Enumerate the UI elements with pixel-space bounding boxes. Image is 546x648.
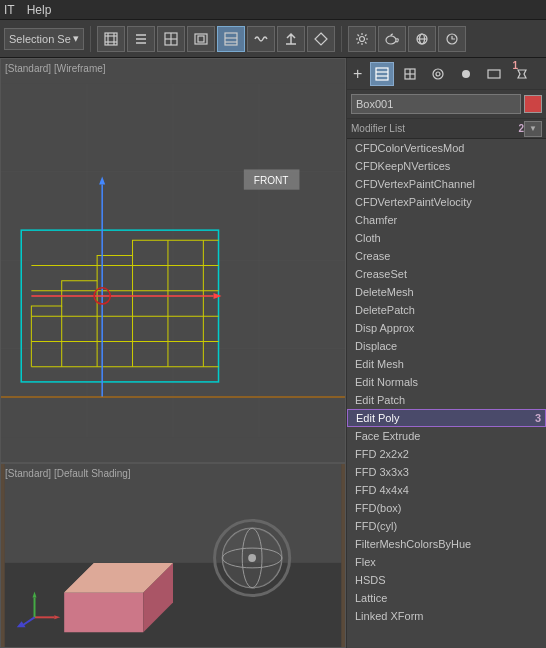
panel-plus-icon[interactable]: + bbox=[353, 65, 362, 83]
teapot-btn[interactable] bbox=[378, 26, 406, 52]
svg-rect-4 bbox=[105, 33, 117, 45]
modifier-list-item[interactable]: FFD 2x2x2 bbox=[347, 445, 546, 463]
modifier-list-item[interactable]: Edit Patch bbox=[347, 391, 546, 409]
modifier-list-item[interactable]: Edit Mesh bbox=[347, 355, 546, 373]
panel-number-1: 1 bbox=[512, 60, 518, 71]
object-name-input[interactable] bbox=[351, 94, 521, 114]
name-field-row bbox=[347, 90, 546, 119]
modifier-list-item[interactable]: FilterMeshColorsByHue bbox=[347, 535, 546, 553]
modifier-list-item[interactable]: CFDKeepNVertices bbox=[347, 157, 546, 175]
svg-rect-72 bbox=[488, 70, 500, 78]
modifier-list-item[interactable]: DeletePatch bbox=[347, 301, 546, 319]
svg-point-69 bbox=[433, 69, 443, 79]
wave-btn[interactable] bbox=[247, 26, 275, 52]
gear-btn[interactable] bbox=[348, 26, 376, 52]
modifier-list-item[interactable]: Crease bbox=[347, 247, 546, 265]
svg-rect-63 bbox=[376, 68, 388, 80]
svg-marker-17 bbox=[315, 33, 327, 45]
modifier-list-item[interactable]: Chamfer bbox=[347, 211, 546, 229]
display-panel-btn[interactable] bbox=[482, 62, 506, 86]
wireframe-svg: FRONT bbox=[1, 59, 345, 462]
motion-panel-btn[interactable] bbox=[454, 62, 478, 86]
diamond-btn[interactable] bbox=[307, 26, 335, 52]
modifier-list-item[interactable]: Linked XForm bbox=[347, 607, 546, 625]
modifier-list-item[interactable]: Edit Normals bbox=[347, 373, 546, 391]
menu-bar: IT Help bbox=[0, 0, 546, 20]
main-content: FRONT bbox=[0, 58, 546, 648]
menu-help[interactable]: Help bbox=[27, 3, 52, 17]
viewport-bottom-svg bbox=[1, 464, 345, 647]
modifier-list-item[interactable]: FFD 3x3x3 bbox=[347, 463, 546, 481]
toolbar: Selection Se ▾ bbox=[0, 20, 546, 58]
selection-dropdown[interactable]: Selection Se ▾ bbox=[4, 28, 84, 50]
grid-btn[interactable] bbox=[97, 26, 125, 52]
modifier-list-item[interactable]: Lattice bbox=[347, 589, 546, 607]
dropdown-arrow-icon: ▾ bbox=[73, 32, 79, 45]
modifier-list-item[interactable]: Displace bbox=[347, 337, 546, 355]
toolbar-sep-1 bbox=[90, 26, 91, 52]
box-btn[interactable] bbox=[157, 26, 185, 52]
modifier-list-item[interactable]: CFDVertexPaintVelocity bbox=[347, 193, 546, 211]
svg-point-71 bbox=[462, 70, 470, 78]
viewport-top[interactable]: FRONT bbox=[0, 58, 346, 463]
modifier-list-item[interactable]: CFDColorVerticesMod bbox=[347, 139, 546, 157]
toolbar-sep-2 bbox=[341, 26, 342, 52]
svg-marker-47 bbox=[64, 593, 143, 633]
object-color-swatch[interactable] bbox=[524, 95, 542, 113]
toolbar-group-main bbox=[97, 26, 335, 52]
modifier-list-item[interactable]: Flex bbox=[347, 553, 546, 571]
modifier-list-dropdown-btn[interactable]: ▼ bbox=[524, 121, 542, 137]
hierarchy-panel-btn[interactable] bbox=[426, 62, 450, 86]
svg-point-19 bbox=[386, 36, 396, 44]
modifier-list[interactable]: CFDColorVerticesModCFDKeepNVerticesCFDVe… bbox=[347, 139, 546, 648]
modifier-number-2: 2 bbox=[518, 123, 524, 134]
up-btn[interactable] bbox=[277, 26, 305, 52]
sphere-btn[interactable] bbox=[408, 26, 436, 52]
modifier-list-item[interactable]: FFD(box) bbox=[347, 499, 546, 517]
svg-point-61 bbox=[248, 554, 256, 562]
box3-btn[interactable] bbox=[217, 26, 245, 52]
modifier-list-item[interactable]: CFDVertexPaintChannel bbox=[347, 175, 546, 193]
modifier-list-label: Modifier List bbox=[351, 123, 524, 134]
svg-rect-13 bbox=[225, 33, 237, 45]
menu-it[interactable]: IT bbox=[4, 3, 15, 17]
modifier-list-item[interactable]: Edit Poly3 bbox=[347, 409, 546, 427]
viewport-top-label: [Standard] [Wireframe] bbox=[5, 63, 106, 74]
toolbar-group-right bbox=[348, 26, 466, 52]
viewport-bottom-label: [Standard] [Default Shading] bbox=[5, 468, 131, 479]
wireframe-background: FRONT bbox=[1, 59, 345, 462]
modifier-list-item[interactable]: FFD 4x4x4 bbox=[347, 481, 546, 499]
modifier-list-item[interactable]: DeleteMesh bbox=[347, 283, 546, 301]
modifier-list-item[interactable]: HSDS bbox=[347, 571, 546, 589]
modifier-list-item[interactable]: FFD(cyl) bbox=[347, 517, 546, 535]
clock-btn[interactable] bbox=[438, 26, 466, 52]
edit-poly-number-3: 3 bbox=[535, 412, 541, 424]
svg-rect-12 bbox=[198, 36, 204, 42]
list-btn[interactable] bbox=[127, 26, 155, 52]
create-panel-btn[interactable] bbox=[398, 62, 422, 86]
modifier-list-item[interactable]: Face Extrude bbox=[347, 427, 546, 445]
right-panel: + bbox=[346, 58, 546, 648]
viewport-bottom[interactable]: [Standard] [Default Shading] bbox=[0, 463, 346, 648]
svg-text:FRONT: FRONT bbox=[254, 175, 289, 186]
selection-dropdown-label: Selection Se bbox=[9, 33, 71, 45]
modifier-list-item[interactable]: Disp Approx bbox=[347, 319, 546, 337]
modify-panel-btn[interactable] bbox=[370, 62, 394, 86]
svg-point-70 bbox=[436, 72, 440, 76]
viewport-area: FRONT bbox=[0, 58, 346, 648]
svg-rect-46 bbox=[5, 563, 341, 647]
modifier-list-header: Modifier List 2 ▼ bbox=[347, 119, 546, 139]
modifier-list-item[interactable]: Cloth bbox=[347, 229, 546, 247]
panel-header-icons: + bbox=[347, 58, 546, 90]
svg-point-18 bbox=[359, 36, 364, 41]
modifier-list-item[interactable]: CreaseSet bbox=[347, 265, 546, 283]
box2-btn[interactable] bbox=[187, 26, 215, 52]
